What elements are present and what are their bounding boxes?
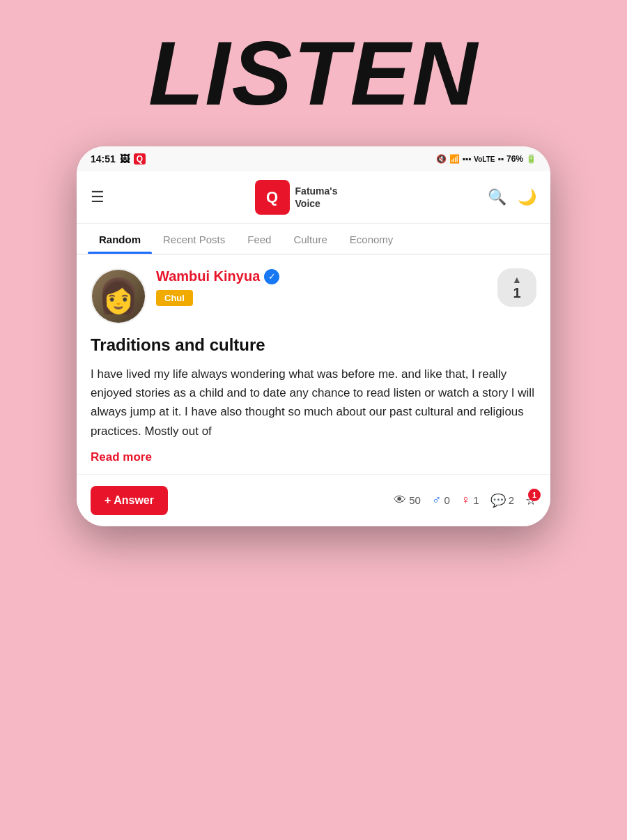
sleep-icon[interactable]: 🌙 [518, 188, 536, 206]
male-count: 0 [444, 494, 449, 506]
app-name-line2: Voice [295, 198, 320, 209]
post-body: I have lived my life always wondering wh… [91, 365, 536, 441]
logo-area: Q Fatuma's Voice [255, 180, 338, 215]
notification-icon: Q [134, 153, 146, 165]
male-icon: ♂ [432, 493, 442, 507]
vote-arrow-icon: ▲ [512, 274, 522, 285]
status-time: 14:51 [91, 153, 116, 165]
comments-count: 2 [509, 494, 514, 506]
footer-stats: 👁 50 ♂ 0 ♀ 1 💬 2 ☆ 1 [182, 493, 536, 508]
avatar-image: 👩 [92, 270, 145, 323]
nav-tabs: Random Recent Posts Feed Culture Economy [77, 224, 550, 254]
views-count: 50 [409, 494, 421, 506]
logo-letter: Q [266, 188, 278, 206]
notification-badge: 1 [528, 489, 541, 501]
post-title: Traditions and culture [91, 335, 536, 355]
post-header: 👩 Wambui Kinyua ✓ Chul ▲ 1 [91, 268, 536, 324]
answer-button[interactable]: + Answer [91, 486, 168, 515]
female-icon: ♀ [461, 493, 471, 507]
wifi-icon: 📶 [449, 154, 460, 164]
verified-badge: ✓ [264, 269, 279, 284]
app-name-line1: Fatuma's [295, 185, 338, 197]
notification-wrap: ☆ 1 [525, 493, 536, 508]
vote-button[interactable]: ▲ 1 [497, 268, 536, 307]
author-name-row: Wambui Kinyua ✓ [156, 268, 279, 284]
menu-icon[interactable]: ☰ [91, 188, 104, 206]
vote-count: 1 [513, 285, 520, 301]
status-bar: 14:51 🖼 Q 🔇 📶 ▪▪▪ VoLTE ▪▪ 76% 🔋 [77, 146, 550, 171]
header-icons: 🔍 🌙 [488, 188, 536, 206]
post-footer: + Answer 👁 50 ♂ 0 ♀ 1 💬 2 ☆ 1 [77, 474, 550, 526]
battery-icon: 🔋 [526, 154, 536, 164]
comments-stat: 💬 2 [490, 493, 514, 508]
lte-icon: VoLTE [474, 155, 495, 163]
author-details: Wambui Kinyua ✓ Chul [156, 268, 279, 306]
post-card: 👩 Wambui Kinyua ✓ Chul ▲ 1 Traditions an… [77, 254, 550, 474]
app-logo: Q [255, 180, 290, 215]
female-stat: ♀ 1 [461, 493, 479, 507]
photo-icon: 🖼 [120, 153, 130, 165]
author-info: 👩 Wambui Kinyua ✓ Chul [91, 268, 279, 324]
tab-recent-posts[interactable]: Recent Posts [152, 224, 236, 254]
female-count: 1 [473, 494, 479, 506]
tab-random[interactable]: Random [88, 224, 152, 254]
comment-icon: 💬 [490, 493, 506, 508]
avatar: 👩 [91, 268, 146, 324]
author-name: Wambui Kinyua [156, 268, 260, 284]
mute-icon: 🔇 [436, 154, 447, 164]
eye-icon: 👁 [394, 493, 406, 507]
tab-economy[interactable]: Economy [339, 224, 405, 254]
battery-percent: 76% [506, 154, 523, 164]
app-name: Fatuma's Voice [295, 185, 338, 210]
signal-icon: ▪▪▪ [463, 154, 472, 164]
male-stat: ♂ 0 [432, 493, 450, 507]
phone-mockup: 14:51 🖼 Q 🔇 📶 ▪▪▪ VoLTE ▪▪ 76% 🔋 ☰ Q Fat… [77, 146, 550, 526]
page-title: LISTEN [148, 21, 479, 125]
app-header: ☰ Q Fatuma's Voice 🔍 🌙 [77, 171, 550, 224]
tab-culture[interactable]: Culture [282, 224, 338, 254]
search-icon[interactable]: 🔍 [488, 188, 506, 206]
author-tag: Chul [156, 290, 193, 306]
signal2-icon: ▪▪ [497, 154, 504, 164]
read-more-link[interactable]: Read more [91, 450, 152, 464]
views-stat: 👁 50 [394, 493, 421, 507]
tab-feed[interactable]: Feed [236, 224, 282, 254]
